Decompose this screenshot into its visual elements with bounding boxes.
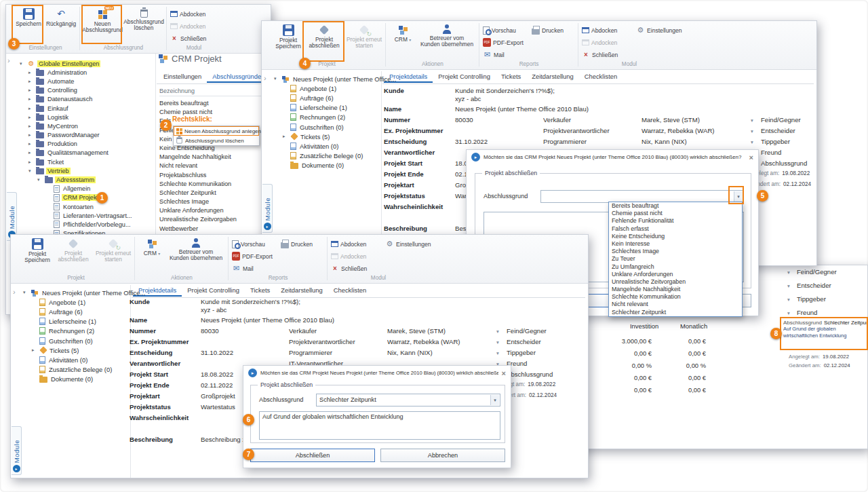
combo-arrow-icon[interactable]: ▾ [751,139,759,145]
reason-row[interactable]: Mangelnde Nachhaltigkeit [159,153,265,162]
reason-row[interactable]: Unrealistische Zeitvorgaben [159,216,265,225]
tree-item[interactable]: ▾ Neues Projekt (unter Theme Office... [271,74,381,83]
dropdown-option[interactable]: Schlechter Zeitpunkt [609,309,742,316]
dropdown-option[interactable]: Keine Entscheidung [609,233,742,240]
tree-item[interactable]: Aufträge (6) [20,307,130,316]
tree-item[interactable]: Kontoarten [17,202,155,211]
dropdown-option[interactable]: Chemie passt nicht [609,210,742,217]
combo-arrow-icon[interactable] [787,310,790,316]
tree-item[interactable]: ▸ Administration [17,68,155,77]
tree-item[interactable]: Rechnungen (2) [20,326,130,336]
dropdown-option[interactable]: Bereits beauftragt [609,202,742,210]
tree-item[interactable]: ▾ Vertrieb [17,166,155,175]
dropdown-option[interactable]: Schlechte Kommunikation [609,293,742,301]
dropdown-option[interactable]: Kein Interesse [609,240,742,248]
tab[interactable]: Tickets [496,71,526,83]
tree-item[interactable]: Zusätzliche Belege (0) [20,365,130,375]
expander-icon[interactable]: ▸ [32,347,37,353]
reason-row[interactable]: Nicht relevant [159,162,265,171]
schliessen-button[interactable]: Schließen [331,263,367,273]
module-tab[interactable]: Module [262,184,273,233]
tree-item[interactable]: ▾ Adressstamm [17,175,155,184]
expander-icon[interactable]: ▾ [20,61,25,67]
tree-item[interactable]: Allgemein [17,185,155,193]
pdf-export-button[interactable]: PDF-Export [483,37,524,48]
tree-item[interactable]: Lieferscheine (1) [271,103,381,113]
tree-item[interactable]: Lieferanten-Vertragsart... [17,211,155,220]
abdocken-button[interactable]: Abdocken [331,239,366,249]
combo-arrow-icon[interactable] [490,395,499,405]
tree-item[interactable]: ▾ Globale Einstellungen [17,59,155,68]
module-tab[interactable]: Module [12,426,22,475]
reason-row[interactable]: Projektabschluss [159,172,265,181]
projekt-abschliessen-button[interactable]: Projektabschließen [305,22,343,59]
tree-item[interactable]: Rechnungen (2) [271,113,381,122]
tab[interactable]: Zeitdarstellung [526,71,579,83]
andocken-button[interactable]: Andocken [170,21,205,31]
dropdown-option[interactable]: Falsch erfasst [609,225,742,233]
tree-item[interactable]: Lieferscheine (1) [20,317,130,326]
combo-arrow-icon[interactable]: ▾ [496,328,505,335]
pdf-export-button[interactable]: PDF-Export [232,251,273,261]
tree-item[interactable]: ▸ PasswordManager [17,131,155,140]
tree-item[interactable]: CRM Projekt [17,193,155,202]
expander-icon[interactable]: ▾ [37,177,43,183]
dropdown-option[interactable]: Unklare Anforderungen [609,271,742,278]
tree-item[interactable]: ▸ Logistik [17,113,155,121]
combo-arrow-icon[interactable]: ▾ [496,350,505,356]
schliessen-button[interactable]: Schließen [170,33,206,43]
close-icon[interactable] [502,369,506,377]
collapse-chevron[interactable] [13,288,16,296]
dropdown-option[interactable]: Fehlende Funktionalität [609,217,742,225]
expander-icon[interactable]: ▸ [28,159,34,165]
crm-menu-button[interactable]: CRM ▾ [389,22,416,59]
projekt-erneut-starten-button[interactable]: Projekt erneutstarten [346,22,382,59]
combo-arrow-icon[interactable] [787,297,790,303]
expander-icon[interactable]: ▸ [28,132,34,138]
tab[interactable]: Tickets [245,285,275,297]
dropdown-option[interactable]: Unrealistische Zeitvorgaben [609,278,742,286]
drucken-button[interactable]: Drucken [281,239,313,249]
collapse-chevron[interactable] [7,56,10,64]
reason-row[interactable]: Wettbewerber [159,225,265,234]
tab[interactable]: Projekt Controlling [182,285,245,297]
tree-item[interactable]: ▸ Tickets (5) [271,132,381,141]
combo-arrow-icon[interactable] [787,283,790,289]
tree-item[interactable]: Aufträge (6) [271,93,381,102]
tree-item[interactable]: ▸ Automate [17,77,155,86]
expander-icon[interactable]: ▾ [23,290,28,295]
andocken-button[interactable]: Andocken [331,251,366,261]
expander-icon[interactable]: ▸ [283,134,288,139]
reason-row[interactable]: Schlechte Kommunikation [159,181,265,189]
tree-item[interactable]: Aktivitäten (0) [20,355,130,364]
mail-button[interactable]: Mail [232,263,254,273]
betreuer-uebernehmen-button[interactable]: Betreuer vomKunden übernehmen [418,22,476,59]
tree-item[interactable]: Pflichtfelder/Vorbelegu... [17,220,155,229]
tree-item[interactable]: ▸ Qualitätsmanagement [17,149,155,157]
tree-item[interactable]: Gutschriften (0) [271,122,381,132]
tree-item[interactable]: ▸ Controlling [17,86,155,95]
abschliessen-button[interactable]: Abschließen [250,449,375,462]
vorschau-button[interactable]: Vorschau [232,239,265,249]
dropdown-option[interactable]: Zu Umfangreich [609,263,742,271]
expander-icon[interactable]: ▸ [28,115,34,120]
expander-icon[interactable]: ▸ [28,88,34,93]
abdocken-button[interactable]: Abdocken [582,25,617,35]
rueckgaengig-button[interactable]: Rückgängig [45,6,77,43]
einstellungen-button[interactable]: Einstellungen [636,25,682,35]
tree-item[interactable]: Dokumente (0) [271,161,381,170]
abdocken-button[interactable]: Abdocken [170,9,205,19]
expander-icon[interactable]: ▸ [28,141,34,147]
crm-menu-button[interactable]: CRM ▾ [138,236,165,273]
neuer-abschlussgrund-button[interactable]: NEU NeuenAbschlussgrund [83,6,121,43]
dropdown-option[interactable]: Nicht relevant [609,301,742,308]
dropdown-option[interactable]: Zu Teuer [609,255,742,263]
andocken-button[interactable]: Andocken [582,37,617,48]
context-menu-item-new[interactable]: Neuen Abschlussgrund anlegen [174,126,259,136]
tree-item[interactable]: Dokumente (0) [20,375,130,384]
tree-item[interactable]: Gutschriften (0) [20,336,130,345]
tree-item[interactable]: ▸ MyCentron [17,121,155,130]
drucken-button[interactable]: Drucken [532,25,564,35]
combo-arrow-icon[interactable] [787,269,790,276]
tree-item[interactable]: ▸ Produktion [17,140,155,149]
